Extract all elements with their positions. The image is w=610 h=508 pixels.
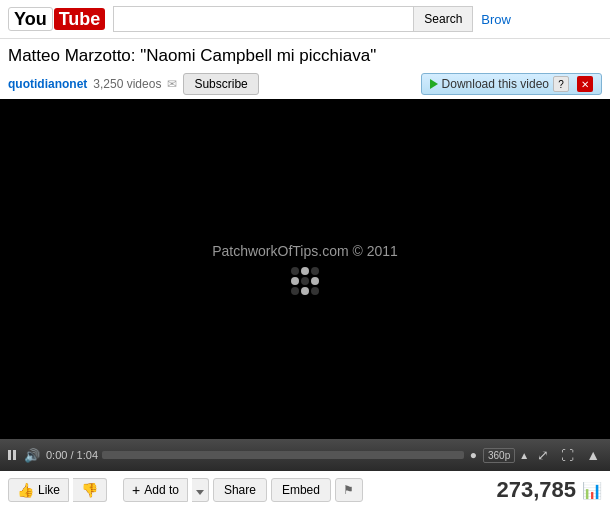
search-button[interactable]: Search bbox=[413, 6, 473, 32]
dislike-button[interactable]: 👎 bbox=[73, 478, 107, 502]
dot-8 bbox=[301, 287, 309, 295]
expand-icon: ⤢ bbox=[537, 447, 549, 463]
download-help-button[interactable]: ? bbox=[553, 76, 569, 92]
volume-icon: 🔊 bbox=[24, 448, 40, 463]
dot-1 bbox=[291, 267, 299, 275]
loading-spinner bbox=[212, 267, 398, 295]
progress-bar[interactable] bbox=[102, 451, 464, 459]
like-label: Like bbox=[38, 483, 60, 497]
dot-2 bbox=[301, 267, 309, 275]
quality-arrow-icon: ▲ bbox=[519, 450, 529, 461]
watermark-text: PatchworkOfTips.com © 2011 bbox=[212, 243, 398, 259]
flag-button[interactable]: ⚑ bbox=[335, 478, 363, 502]
pause-bar-1 bbox=[8, 450, 11, 460]
pause-button[interactable] bbox=[6, 448, 18, 462]
channel-bar: quotidianonet 3,250 videos ✉ Subscribe D… bbox=[0, 69, 610, 99]
spinner-dots bbox=[291, 267, 319, 295]
search-bar: Search bbox=[113, 6, 473, 32]
dot-9 bbox=[311, 287, 319, 295]
dropdown-arrow-icon bbox=[196, 490, 204, 495]
controls-bar: 🔊 0:00 / 1:04 ● 360p ▲ ⤢ ⛶ ▲ bbox=[0, 439, 610, 471]
video-count: 3,250 videos bbox=[93, 77, 161, 91]
video-title: Matteo Marzotto: "Naomi Campbell mi picc… bbox=[8, 45, 602, 67]
time-display: 0:00 / 1:04 bbox=[46, 449, 98, 461]
pause-bar-2 bbox=[13, 450, 16, 460]
title-area: Matteo Marzotto: "Naomi Campbell mi picc… bbox=[0, 39, 610, 69]
logo-you: You bbox=[8, 7, 53, 31]
view-count: 273,785 bbox=[496, 477, 576, 503]
fullscreen-button[interactable]: ⛶ bbox=[557, 446, 578, 465]
dot-3 bbox=[311, 267, 319, 275]
subscribe-button[interactable]: Subscribe bbox=[183, 73, 258, 95]
add-to-dropdown-button[interactable] bbox=[192, 478, 209, 502]
video-content: PatchworkOfTips.com © 2011 bbox=[212, 243, 398, 295]
bar-chart-icon: 📊 bbox=[582, 481, 602, 500]
dot-7 bbox=[291, 287, 299, 295]
dot-6 bbox=[311, 277, 319, 285]
flag-icon: ⚑ bbox=[343, 483, 354, 497]
action-bar: 👍 Like 👎 + Add to Share Embed ⚑ 273,785 … bbox=[0, 471, 610, 508]
page-header: YouTube Search Brow bbox=[0, 0, 610, 39]
youtube-logo: YouTube bbox=[8, 7, 105, 31]
email-icon: ✉ bbox=[167, 77, 177, 91]
settings-icon: ▲ bbox=[586, 447, 600, 463]
add-to-label: Add to bbox=[144, 483, 179, 497]
current-time: 0:00 bbox=[46, 449, 67, 461]
view-count-area: 273,785 📊 bbox=[496, 477, 602, 503]
share-button[interactable]: Share bbox=[213, 478, 267, 502]
fullscreen-icon: ⛶ bbox=[561, 448, 574, 463]
logo-tube: Tube bbox=[54, 8, 106, 30]
pause-icon bbox=[8, 450, 16, 460]
download-close-button[interactable]: ✕ bbox=[577, 76, 593, 92]
plus-icon: + bbox=[132, 482, 140, 498]
download-label: Download this video bbox=[442, 77, 549, 91]
like-button[interactable]: 👍 Like bbox=[8, 478, 69, 502]
settings-button[interactable]: ▲ bbox=[582, 445, 604, 465]
dot-4 bbox=[291, 277, 299, 285]
browse-link[interactable]: Brow bbox=[481, 12, 511, 27]
download-banner[interactable]: Download this video ? ✕ bbox=[421, 73, 602, 95]
search-input[interactable] bbox=[113, 6, 413, 32]
channel-link[interactable]: quotidianonet bbox=[8, 77, 87, 91]
quality-button[interactable]: 360p bbox=[483, 448, 515, 463]
thumbup-icon: 👍 bbox=[17, 482, 34, 498]
add-to-button[interactable]: + Add to bbox=[123, 478, 188, 502]
circle-icon: ● bbox=[468, 448, 479, 462]
thumbdown-icon: 👎 bbox=[81, 482, 98, 498]
download-play-icon bbox=[430, 79, 438, 89]
total-time: 1:04 bbox=[77, 449, 98, 461]
dot-5 bbox=[301, 277, 309, 285]
volume-button[interactable]: 🔊 bbox=[22, 446, 42, 465]
embed-button[interactable]: Embed bbox=[271, 478, 331, 502]
video-player[interactable]: PatchworkOfTips.com © 2011 bbox=[0, 99, 610, 439]
expand-button[interactable]: ⤢ bbox=[533, 445, 553, 465]
